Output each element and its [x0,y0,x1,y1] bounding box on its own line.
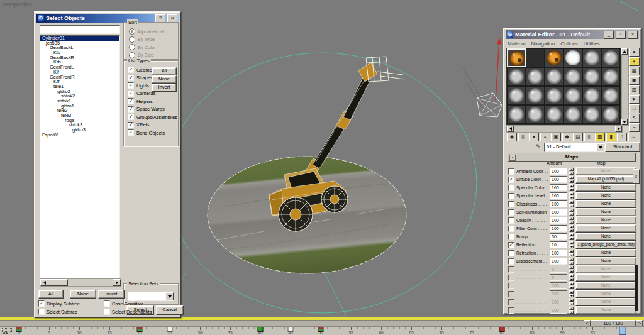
track-bar[interactable]: ◄► 0510152025303540455055606570758085909… [0,326,644,335]
map-button[interactable]: None [575,200,636,208]
map-amount-field[interactable]: 100 [550,192,567,199]
spinner-down-icon[interactable] [569,253,574,256]
spinner-up-icon[interactable] [569,184,574,187]
list-type-helpers[interactable]: ✓Helpers [128,97,177,106]
spinner-down-icon[interactable] [569,180,574,183]
make-unique-icon[interactable]: ◆ [562,133,572,141]
spinner-up-icon[interactable] [569,209,574,212]
material-slot-gray[interactable] [601,48,620,67]
sort-option-by-color[interactable]: By Color [129,43,177,52]
map-button[interactable]: None [575,192,636,200]
object-list-item[interactable]: gidro1 [40,104,119,109]
sort-option-by-type[interactable]: By Type [129,36,177,44]
map-checkbox[interactable] [508,209,514,216]
object-list-item[interactable]: tele1 [40,84,119,89]
spinner-down-icon[interactable] [569,204,574,207]
spinner-down-icon[interactable] [569,221,574,224]
map-button[interactable]: None [575,224,636,233]
select-by-material-icon[interactable]: ↖ [629,114,640,123]
keyframe-marker-white[interactable] [167,327,173,332]
spinner-up-icon[interactable] [569,258,574,261]
assign-material-to-selection-icon[interactable]: ● [529,133,539,141]
make-material-copy-icon[interactable]: ▣ [551,133,561,141]
spinner-down-icon[interactable] [569,237,574,240]
viewport-label[interactable]: Perspective [3,1,32,8]
menu-material[interactable]: Material [508,41,525,47]
spinner-down-icon[interactable] [569,188,574,191]
map-button[interactable]: Map #1 (jcb535.psd) [575,175,636,184]
object-list-item[interactable]: tele3 [40,113,119,118]
map-checkbox[interactable] [508,201,514,207]
material-slot-gray[interactable] [582,67,601,86]
material-slot-texture-selected[interactable] [507,48,526,67]
spinner-up-icon[interactable] [569,250,574,253]
backlight-icon[interactable]: ◐ [629,57,640,66]
material-slot-gray[interactable] [564,105,582,124]
map-button[interactable]: None [575,257,636,265]
collapse-icon[interactable]: - [509,155,516,161]
object-list-item[interactable]: GearBackL [40,45,119,50]
map-button[interactable]: 1 (paris_bridge_pano_small.hdr) [575,241,636,249]
slots-hscrollbar[interactable] [506,125,623,133]
cancel-button[interactable]: Cancel [156,305,184,315]
map-amount-field[interactable]: 100 [550,258,567,265]
scroll-right-icon[interactable] [113,279,121,286]
material-type-button[interactable]: Standard [605,142,640,152]
spinner-up-icon[interactable] [569,233,574,236]
object-list-item[interactable]: GearBackR [40,55,119,60]
map-button[interactable]: None [575,208,636,216]
map-amount-field[interactable]: 100 [550,250,567,256]
map-amount-field[interactable]: 100 [550,209,567,216]
amount-spinner[interactable] [569,233,574,240]
spinner-down-icon[interactable] [569,229,574,232]
keyframe-marker-green[interactable] [258,327,264,332]
object-list-item[interactable]: gidro2 [40,89,119,94]
scroll-right-icon[interactable] [615,126,622,132]
material-slot-gray[interactable] [601,86,620,105]
map-amount-field[interactable]: 100 [550,184,567,191]
spinner-down-icon[interactable] [569,172,574,175]
map-checkbox[interactable] [508,234,514,240]
amount-spinner[interactable] [569,176,574,183]
amount-spinner[interactable] [569,258,574,265]
keyframe-marker-white[interactable] [288,327,294,332]
put-material-to-scene-icon[interactable]: ◎ [518,133,528,141]
spinner-down-icon[interactable] [569,245,574,248]
chevron-down-icon[interactable] [165,292,174,300]
material-slot-gray[interactable] [526,86,545,105]
material-slot-beige[interactable] [526,48,545,67]
object-list-item[interactable]: GearFrontR [40,75,119,80]
map-amount-field[interactable]: 100 [550,225,567,232]
amount-spinner[interactable] [569,217,574,224]
object-list-item[interactable]: GearFrontL [40,65,119,70]
material-slot-gray[interactable] [526,67,545,86]
open-mini-curve-editor-icon[interactable]: ◄► [2,328,12,334]
scroll-up-icon[interactable] [621,48,628,55]
list-type-groups-assemblies[interactable]: ✓Groups/Assemblies [128,113,177,121]
object-name-input[interactable] [40,25,120,34]
object-list-hscrollbar[interactable] [40,278,121,287]
show-map-in-viewport-icon[interactable]: ▩ [595,133,605,141]
put-to-library-icon[interactable]: ▤ [573,133,583,141]
slots-vscrollbar[interactable] [621,48,629,126]
reset-map-to-default-icon[interactable]: × [540,133,550,141]
ambient-diffuse-lock-icon[interactable]: ∞ [633,169,640,184]
amount-spinner[interactable] [569,250,574,256]
sort-option-alphabetical[interactable]: Alphabetical [129,28,177,36]
amount-spinner[interactable] [569,241,574,248]
material-slot-gray[interactable] [545,105,564,124]
sample-type-sphere-icon[interactable]: ● [629,48,640,57]
object-list-item[interactable]: Fspot01 [40,133,119,138]
amount-spinner[interactable] [569,192,574,199]
map-button[interactable]: None [575,184,636,192]
object-list-item[interactable]: shtok2 [40,94,119,99]
pattern-background-icon[interactable]: ▦ [629,67,640,75]
material-map-navigator-icon[interactable]: ≡ [629,123,640,132]
material-slot-gray[interactable] [582,105,601,124]
none-button[interactable]: None [70,290,96,299]
spinner-down-icon[interactable] [569,212,574,216]
menu-utilities[interactable]: Utilities [584,41,600,47]
menu-options[interactable]: Options [560,41,578,47]
select-objects-title-bar[interactable]: G Select Objects ? × [36,14,179,23]
material-slot-gray[interactable] [545,86,564,105]
